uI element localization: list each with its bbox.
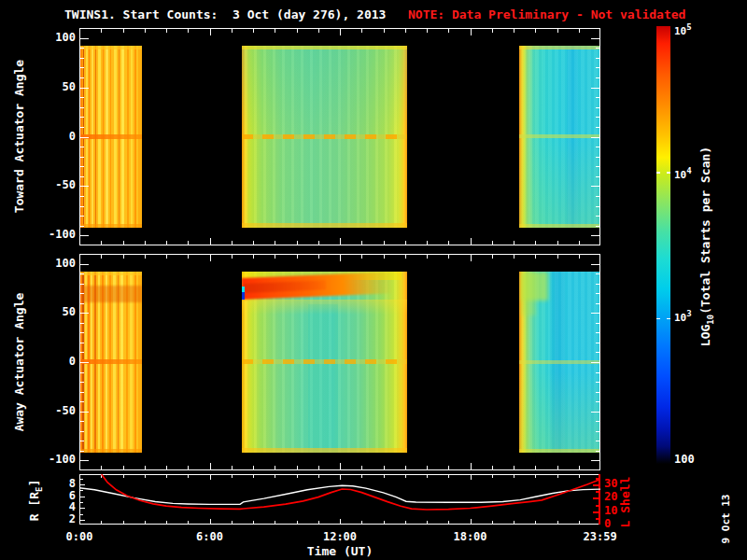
- tick: [80, 372, 84, 373]
- tick: [80, 352, 84, 353]
- tick: [145, 29, 146, 33]
- tick: [596, 166, 599, 167]
- tick: [275, 466, 275, 469]
- tick: [80, 392, 84, 393]
- tick: [80, 226, 84, 227]
- tick: [596, 117, 599, 118]
- y-tick-label: -50: [34, 178, 76, 191]
- tick: [80, 273, 84, 274]
- x-tick-label: 23:59: [572, 530, 628, 543]
- tick: [101, 29, 102, 33]
- tick: [596, 382, 599, 383]
- r-axis-label: R [RE]: [27, 480, 44, 522]
- tick: [591, 460, 599, 461]
- tick: [596, 216, 599, 217]
- lshell-tick-label: 30: [604, 477, 632, 490]
- tick: [80, 58, 84, 59]
- tick: [80, 157, 84, 158]
- tick: [361, 466, 362, 469]
- tick: [471, 255, 472, 261]
- colorbar-title: LOG10(Total Starts per Scan): [698, 147, 715, 346]
- y-tick-label: 50: [34, 305, 76, 318]
- tick: [471, 29, 472, 35]
- tick: [80, 235, 89, 236]
- y-tick-label: -100: [34, 228, 76, 241]
- tick: [514, 241, 514, 245]
- lshell-tick-label: 0: [604, 517, 632, 530]
- tick: [557, 466, 558, 469]
- r-curve: [79, 485, 600, 504]
- tick: [318, 241, 319, 245]
- orbit-svg: [79, 474, 600, 525]
- tick: [80, 401, 84, 402]
- tick: [492, 466, 493, 469]
- tick: [340, 29, 341, 35]
- tick: [166, 241, 167, 245]
- tick: [579, 241, 580, 245]
- colorbar-tick: [656, 172, 660, 174]
- lshell-tick-label: 20: [604, 490, 632, 503]
- colorbar-exponent: 4: [686, 166, 691, 175]
- tick: [535, 29, 536, 33]
- tick: [514, 255, 514, 259]
- tick: [80, 38, 89, 39]
- tick: [80, 77, 84, 78]
- tick: [471, 463, 472, 469]
- tick: [80, 88, 89, 89]
- tick: [101, 466, 102, 469]
- tick: [80, 127, 84, 128]
- colorbar-tick: [667, 172, 670, 174]
- tick: [591, 235, 599, 236]
- tick: [297, 29, 298, 33]
- tick: [80, 343, 84, 343]
- tick: [188, 241, 189, 245]
- tick: [80, 421, 84, 422]
- tick: [297, 241, 298, 245]
- tick: [123, 466, 124, 469]
- tick: [80, 293, 84, 294]
- tick: [591, 186, 599, 187]
- colorbar-exponent: 3: [686, 309, 691, 318]
- tick: [232, 241, 233, 245]
- y-tick-label: -50: [34, 404, 76, 417]
- tick: [123, 241, 124, 245]
- tick: [448, 255, 449, 259]
- tick: [596, 273, 599, 274]
- tick: [405, 241, 406, 245]
- colorbar-tick-label: 105: [674, 22, 692, 37]
- tick: [384, 466, 385, 469]
- tick: [210, 29, 211, 35]
- tick: [80, 313, 89, 314]
- colorbar-tick-label: 100: [674, 453, 695, 466]
- tick: [596, 147, 599, 147]
- tick: [80, 362, 89, 363]
- lshell-tick-label: 10: [604, 504, 632, 517]
- tick: [591, 264, 599, 265]
- tick: [596, 372, 599, 373]
- colorbar-title-subscript: 10: [706, 315, 715, 325]
- tick: [514, 29, 514, 33]
- tick: [145, 466, 146, 469]
- tick: [80, 284, 84, 285]
- tick: [80, 97, 84, 98]
- tick: [145, 255, 146, 259]
- tick: [596, 293, 599, 294]
- tick: [80, 303, 84, 304]
- tick: [405, 466, 406, 469]
- tick: [80, 147, 84, 147]
- tick: [596, 303, 599, 304]
- tick: [253, 255, 254, 259]
- tick: [535, 466, 536, 469]
- tick: [232, 255, 233, 259]
- tick: [101, 255, 102, 259]
- tick: [492, 29, 493, 33]
- tick: [405, 255, 406, 259]
- tick: [596, 451, 599, 452]
- x-tick-label: 6:00: [182, 530, 238, 543]
- tick: [80, 206, 84, 207]
- tick: [591, 412, 599, 413]
- tick: [318, 466, 319, 469]
- tick: [80, 441, 84, 441]
- r-tick-label: 2: [56, 512, 76, 525]
- tick: [596, 107, 599, 108]
